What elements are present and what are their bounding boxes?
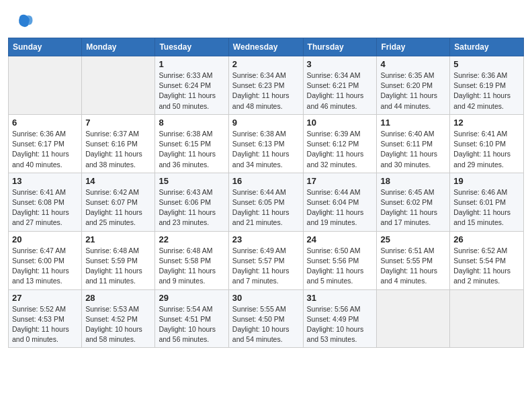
calendar-cell: 21Sunrise: 6:48 AMSunset: 5:59 PMDayligh… — [82, 231, 155, 289]
day-number: 7 — [85, 118, 151, 128]
header-row: SundayMondayTuesdayWednesdayThursdayFrid… — [9, 38, 524, 56]
calendar-cell — [82, 56, 155, 115]
day-info: Sunrise: 6:40 AMSunset: 6:11 PMDaylight:… — [380, 129, 446, 170]
day-of-week-header: Friday — [377, 38, 450, 56]
calendar-cell: 18Sunrise: 6:45 AMSunset: 6:02 PMDayligh… — [377, 173, 450, 231]
day-of-week-header: Thursday — [303, 38, 377, 56]
calendar-cell: 14Sunrise: 6:42 AMSunset: 6:07 PMDayligh… — [82, 173, 155, 231]
day-number: 31 — [307, 293, 373, 303]
day-info: Sunrise: 6:47 AMSunset: 6:00 PMDaylight:… — [12, 246, 78, 287]
calendar-cell: 29Sunrise: 5:54 AMSunset: 4:51 PMDayligh… — [155, 289, 228, 348]
day-number: 26 — [453, 234, 520, 244]
day-info: Sunrise: 6:35 AMSunset: 6:20 PMDaylight:… — [380, 71, 446, 111]
calendar-cell: 9Sunrise: 6:38 AMSunset: 6:13 PMDaylight… — [228, 114, 303, 173]
day-number: 27 — [12, 293, 78, 303]
calendar-container: SundayMondayTuesdayWednesdayThursdayFrid… — [0, 38, 532, 348]
day-number: 11 — [380, 118, 446, 128]
day-number: 19 — [453, 176, 520, 186]
calendar-cell: 23Sunrise: 6:49 AMSunset: 5:57 PMDayligh… — [228, 231, 303, 289]
day-info: Sunrise: 6:46 AMSunset: 6:01 PMDaylight:… — [453, 187, 520, 228]
day-number: 9 — [232, 118, 300, 128]
calendar-cell: 1Sunrise: 6:33 AMSunset: 6:24 PMDaylight… — [155, 56, 228, 115]
calendar-table: SundayMondayTuesdayWednesdayThursdayFrid… — [8, 38, 524, 348]
day-number: 21 — [85, 234, 151, 244]
day-number: 24 — [307, 234, 373, 244]
calendar-cell: 7Sunrise: 6:37 AMSunset: 6:16 PMDaylight… — [82, 114, 155, 173]
calendar-header: SundayMondayTuesdayWednesdayThursdayFrid… — [9, 38, 524, 56]
day-info: Sunrise: 6:34 AMSunset: 6:23 PMDaylight:… — [232, 71, 300, 111]
day-number: 16 — [232, 176, 300, 186]
day-info: Sunrise: 5:54 AMSunset: 4:51 PMDaylight:… — [159, 304, 224, 345]
day-number: 12 — [453, 118, 520, 128]
calendar-cell: 2Sunrise: 6:34 AMSunset: 6:23 PMDaylight… — [228, 56, 303, 115]
calendar-body: 1Sunrise: 6:33 AMSunset: 6:24 PMDaylight… — [9, 56, 524, 348]
day-info: Sunrise: 6:48 AMSunset: 5:58 PMDaylight:… — [159, 246, 224, 287]
day-info: Sunrise: 6:37 AMSunset: 6:16 PMDaylight:… — [85, 129, 151, 170]
calendar-cell: 4Sunrise: 6:35 AMSunset: 6:20 PMDaylight… — [377, 56, 450, 115]
day-info: Sunrise: 6:52 AMSunset: 5:54 PMDaylight:… — [453, 246, 520, 287]
day-info: Sunrise: 5:53 AMSunset: 4:52 PMDaylight:… — [85, 304, 151, 345]
day-info: Sunrise: 6:41 AMSunset: 6:10 PMDaylight:… — [453, 129, 520, 170]
day-of-week-header: Saturday — [450, 38, 524, 56]
calendar-cell: 3Sunrise: 6:34 AMSunset: 6:21 PMDaylight… — [303, 56, 377, 115]
day-number: 15 — [159, 176, 224, 186]
day-number: 23 — [232, 234, 300, 244]
day-info: Sunrise: 6:39 AMSunset: 6:12 PMDaylight:… — [307, 129, 373, 170]
day-number: 20 — [12, 234, 78, 244]
day-number: 13 — [12, 176, 78, 186]
day-number: 5 — [453, 59, 520, 69]
calendar-cell: 28Sunrise: 5:53 AMSunset: 4:52 PMDayligh… — [82, 289, 155, 348]
calendar-cell: 12Sunrise: 6:41 AMSunset: 6:10 PMDayligh… — [450, 114, 524, 173]
calendar-cell: 17Sunrise: 6:44 AMSunset: 6:04 PMDayligh… — [303, 173, 377, 231]
calendar-cell — [9, 56, 82, 115]
calendar-cell: 27Sunrise: 5:52 AMSunset: 4:53 PMDayligh… — [9, 289, 82, 348]
day-number: 29 — [159, 293, 224, 303]
day-info: Sunrise: 6:41 AMSunset: 6:08 PMDaylight:… — [12, 187, 78, 228]
day-info: Sunrise: 6:50 AMSunset: 5:56 PMDaylight:… — [307, 246, 373, 287]
calendar-cell: 8Sunrise: 6:38 AMSunset: 6:15 PMDaylight… — [155, 114, 228, 173]
logo — [16, 12, 38, 31]
day-info: Sunrise: 6:42 AMSunset: 6:07 PMDaylight:… — [85, 187, 151, 228]
calendar-cell: 30Sunrise: 5:55 AMSunset: 4:50 PMDayligh… — [228, 289, 303, 348]
calendar-week-row: 6Sunrise: 6:36 AMSunset: 6:17 PMDaylight… — [9, 114, 524, 173]
day-info: Sunrise: 5:56 AMSunset: 4:49 PMDaylight:… — [307, 304, 373, 345]
calendar-cell: 20Sunrise: 6:47 AMSunset: 6:00 PMDayligh… — [9, 231, 82, 289]
day-number: 1 — [159, 59, 224, 69]
calendar-week-row: 20Sunrise: 6:47 AMSunset: 6:00 PMDayligh… — [9, 231, 524, 289]
day-info: Sunrise: 6:38 AMSunset: 6:15 PMDaylight:… — [159, 129, 224, 170]
day-info: Sunrise: 6:49 AMSunset: 5:57 PMDaylight:… — [232, 246, 300, 287]
calendar-week-row: 27Sunrise: 5:52 AMSunset: 4:53 PMDayligh… — [9, 289, 524, 348]
calendar-cell: 15Sunrise: 6:43 AMSunset: 6:06 PMDayligh… — [155, 173, 228, 231]
day-info: Sunrise: 6:36 AMSunset: 6:17 PMDaylight:… — [12, 129, 78, 170]
calendar-cell: 5Sunrise: 6:36 AMSunset: 6:19 PMDaylight… — [450, 56, 524, 115]
day-info: Sunrise: 5:55 AMSunset: 4:50 PMDaylight:… — [232, 304, 300, 345]
day-number: 17 — [307, 176, 373, 186]
calendar-week-row: 1Sunrise: 6:33 AMSunset: 6:24 PMDaylight… — [9, 56, 524, 115]
calendar-cell: 26Sunrise: 6:52 AMSunset: 5:54 PMDayligh… — [450, 231, 524, 289]
day-number: 8 — [159, 118, 224, 128]
day-number: 4 — [380, 59, 446, 69]
calendar-cell — [377, 289, 450, 348]
day-number: 10 — [307, 118, 373, 128]
day-number: 22 — [159, 234, 224, 244]
day-number: 6 — [12, 118, 78, 128]
day-number: 25 — [380, 234, 446, 244]
day-info: Sunrise: 5:52 AMSunset: 4:53 PMDaylight:… — [12, 304, 78, 345]
page-header — [0, 0, 532, 38]
calendar-cell: 13Sunrise: 6:41 AMSunset: 6:08 PMDayligh… — [9, 173, 82, 231]
day-of-week-header: Wednesday — [228, 38, 303, 56]
day-of-week-header: Monday — [82, 38, 155, 56]
calendar-week-row: 13Sunrise: 6:41 AMSunset: 6:08 PMDayligh… — [9, 173, 524, 231]
calendar-cell: 31Sunrise: 5:56 AMSunset: 4:49 PMDayligh… — [303, 289, 377, 348]
day-info: Sunrise: 6:34 AMSunset: 6:21 PMDaylight:… — [307, 71, 373, 111]
day-info: Sunrise: 6:44 AMSunset: 6:05 PMDaylight:… — [232, 187, 300, 228]
logo-icon — [16, 12, 35, 31]
calendar-cell: 10Sunrise: 6:39 AMSunset: 6:12 PMDayligh… — [303, 114, 377, 173]
day-info: Sunrise: 6:43 AMSunset: 6:06 PMDaylight:… — [159, 187, 224, 228]
day-number: 30 — [232, 293, 300, 303]
day-number: 14 — [85, 176, 151, 186]
calendar-cell: 11Sunrise: 6:40 AMSunset: 6:11 PMDayligh… — [377, 114, 450, 173]
day-number: 2 — [232, 59, 300, 69]
day-info: Sunrise: 6:33 AMSunset: 6:24 PMDaylight:… — [159, 71, 224, 111]
day-info: Sunrise: 6:38 AMSunset: 6:13 PMDaylight:… — [232, 129, 300, 170]
